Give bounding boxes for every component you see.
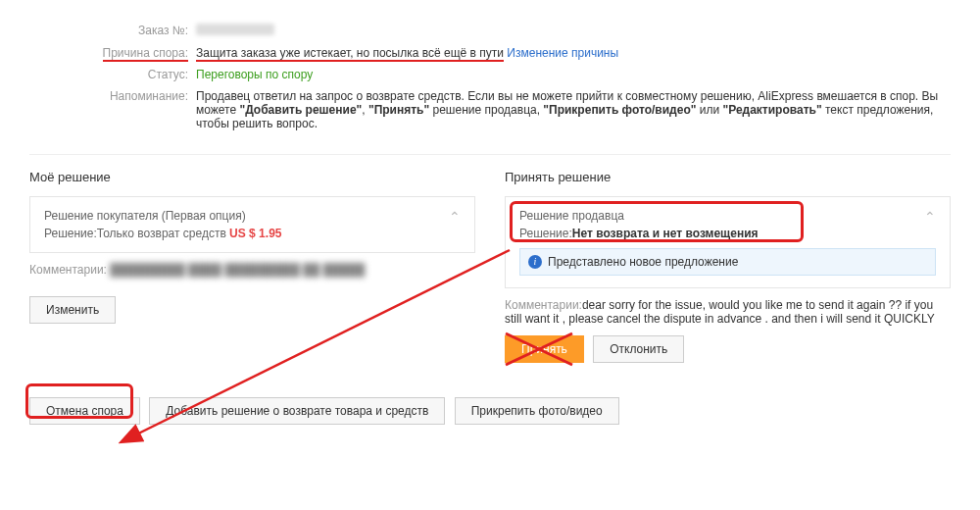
seller-card-title: Решение продавца bbox=[519, 209, 759, 223]
seller-decision-line: Решение:Нет возврата и нет возмещения bbox=[519, 227, 759, 240]
buyer-comments: Комментарии: █████████ ████ █████████ ██… bbox=[29, 263, 475, 286]
chevron-up-icon[interactable]: ⌃ bbox=[449, 209, 461, 225]
chevron-up-icon[interactable]: ⌃ bbox=[924, 209, 936, 225]
order-label: Заказ №: bbox=[29, 20, 196, 42]
new-proposal-banner: i Представлено новое предложение bbox=[519, 248, 936, 276]
buyer-decision-card: Решение покупателя (Первая опция) Решени… bbox=[29, 196, 475, 253]
seller-decision-column: Принять решение Решение продавца Решение… bbox=[505, 170, 951, 363]
buyer-card-title: Решение покупателя (Первая опция) bbox=[44, 209, 281, 223]
reminder-label: Напоминание: bbox=[29, 85, 196, 134]
reminder-value: Продавец ответил на запрос о возврате ср… bbox=[196, 85, 951, 134]
edit-button[interactable]: Изменить bbox=[29, 296, 116, 324]
cancel-dispute-button[interactable]: Отмена спора bbox=[29, 397, 140, 425]
my-decision-title: Моё решение bbox=[29, 170, 475, 184]
buyer-decision-line: Решение:Только возврат средств US $ 1.95 bbox=[44, 227, 281, 240]
order-value bbox=[196, 20, 951, 42]
seller-decision-card: Решение продавца Решение:Нет возврата и … bbox=[505, 196, 951, 288]
reason-value: Защита заказа уже истекает, но посылка в… bbox=[196, 42, 951, 64]
my-decision-column: Моё решение Решение покупателя (Первая о… bbox=[29, 170, 475, 363]
reason-label: Причина спора: bbox=[29, 42, 196, 64]
bottom-actions: Отмена спора Добавить решение о возврате… bbox=[29, 387, 951, 425]
attach-media-button[interactable]: Прикрепить фото/видео bbox=[455, 397, 619, 425]
seller-comments: Комментарии:dear sorry for the issue, wo… bbox=[505, 298, 951, 326]
add-solution-button[interactable]: Добавить решение о возврате товара и сре… bbox=[149, 397, 445, 425]
change-reason-link[interactable]: Изменение причины bbox=[507, 46, 618, 60]
seller-decision-title: Принять решение bbox=[505, 170, 951, 184]
info-icon: i bbox=[528, 255, 542, 269]
status-value: Переговоры по спору bbox=[196, 64, 951, 85]
reject-button[interactable]: Отклонить bbox=[593, 335, 684, 363]
status-label: Статус: bbox=[29, 64, 196, 85]
dispute-info-block: Заказ №: Причина спора: Защита заказа уж… bbox=[29, 20, 951, 134]
